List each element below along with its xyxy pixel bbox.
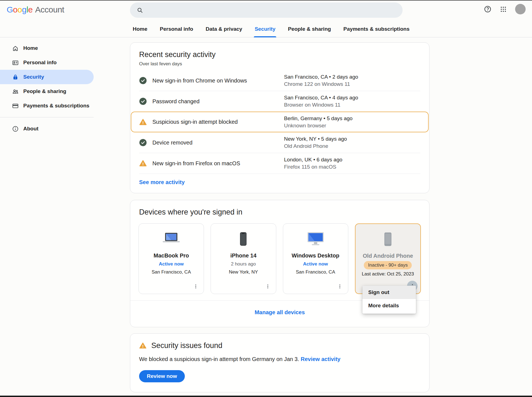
- activity-meta: New York, NY • 5 days ago: [284, 135, 420, 143]
- tab-payments-subscriptions[interactable]: Payments & subscriptions: [343, 21, 410, 37]
- review-now-button[interactable]: Review now: [139, 370, 185, 382]
- activity-title: New sign-in from Chrome on Windows: [147, 78, 284, 84]
- menu-item-more-details[interactable]: More details: [362, 299, 416, 312]
- activity-details: Berlin, Germany • 5 days ago Unknown bro…: [284, 115, 420, 129]
- suspicious-activity-highlight: Suspicious sign-in attempt blocked Berli…: [131, 112, 429, 132]
- sidebar-item-label: Home: [23, 45, 38, 51]
- apps-grid-button[interactable]: [500, 6, 507, 13]
- device-card-macbook-pro: MacBook Pro Active now San Francisco, CA: [139, 223, 204, 294]
- sidebar-item-home[interactable]: Home: [0, 41, 94, 55]
- activity-detail: Unknown browser: [284, 122, 420, 129]
- tab-security[interactable]: Security: [255, 21, 275, 37]
- logo-letter: o: [17, 5, 22, 14]
- activity-details: San Francisco, CA • 4 days ago Browser o…: [284, 94, 420, 109]
- review-activity-link[interactable]: Review activity: [301, 356, 340, 362]
- activity-row[interactable]: Password changed San Francisco, CA • 4 d…: [139, 91, 420, 112]
- see-more-activity-link[interactable]: See more activity: [139, 179, 185, 185]
- tab-personal-info[interactable]: Personal info: [160, 21, 193, 37]
- old-phone-icon: [377, 230, 399, 249]
- recent-activity-title: Recent security activity: [139, 50, 420, 59]
- activity-title: Suspicious sign-in attempt blocked: [147, 119, 284, 125]
- device-name: Old Android Phone: [363, 253, 413, 259]
- logo-letter: e: [28, 5, 33, 14]
- security-issues-body-text: We blocked a suspicious sign-in attempt …: [139, 356, 299, 362]
- tab-data-privacy[interactable]: Data & privacy: [206, 21, 242, 37]
- sidebar-divider: [0, 117, 94, 117]
- sidebar-item-security[interactable]: Security: [0, 70, 94, 84]
- search-input[interactable]: [147, 7, 399, 13]
- google-account-security-page: Google Account Home Personal info Data &…: [0, 0, 532, 397]
- device-menu-button[interactable]: [335, 281, 345, 292]
- google-account-logo[interactable]: Google Account: [7, 5, 64, 14]
- device-card-row: MacBook Pro Active now San Francisco, CA…: [130, 217, 429, 294]
- apps-grid-icon: [500, 6, 507, 13]
- warning-triangle-icon: [139, 159, 147, 167]
- recent-security-activity-card: Recent security activity Over last feven…: [130, 42, 429, 193]
- recent-activity-subtitle: Over last feven days: [139, 61, 420, 67]
- tab-home[interactable]: Home: [133, 21, 147, 37]
- logo-letter: G: [7, 5, 13, 14]
- device-name: Windows Desktop: [292, 252, 339, 259]
- logo-product-label: Account: [35, 5, 64, 14]
- people-icon: [12, 88, 19, 95]
- activity-meta: London, UK • 6 days ago: [284, 156, 420, 163]
- sidebar: Home Personal info Security People & sha…: [0, 41, 94, 136]
- device-card-iphone-14: iPhone 14 2 hours ago New York, NY: [211, 223, 276, 294]
- sidebar-item-about[interactable]: About: [0, 122, 94, 136]
- activity-list: New sign-in from Chrome on Windows San F…: [139, 70, 420, 185]
- activity-meta: San Francisco, CA • 2 days ago: [284, 73, 420, 81]
- sidebar-item-people-sharing[interactable]: People & sharing: [0, 84, 94, 99]
- phone-icon: [232, 229, 254, 249]
- window-top-edge: [0, 0, 532, 1]
- desktop-icon: [305, 229, 326, 249]
- device-name: MacBook Pro: [154, 252, 189, 259]
- credit-card-icon: [12, 102, 19, 109]
- search-icon: [137, 7, 143, 14]
- activity-title: Password changed: [147, 98, 284, 105]
- activity-row[interactable]: New sign-in from Chrome on Windows San F…: [139, 70, 420, 91]
- activity-row[interactable]: Suspicious sign-in attempt blocked Berli…: [139, 112, 420, 132]
- device-location: New York, NY: [229, 269, 258, 275]
- account-avatar[interactable]: [515, 4, 526, 14]
- inactive-badge: Inactive - 90+ days: [364, 261, 412, 269]
- kebab-icon: [265, 284, 270, 289]
- device-menu-button[interactable]: [190, 281, 201, 292]
- sidebar-item-personal-info[interactable]: Personal info: [0, 55, 94, 70]
- sidebar-item-label: Payments & subscriptions: [23, 103, 89, 109]
- activity-details: San Francisco, CA • 2 days ago Chrome 12…: [284, 73, 420, 88]
- device-status: 2 hours ago: [231, 261, 256, 267]
- kebab-icon: [193, 284, 198, 289]
- menu-item-sign-out[interactable]: Sign out: [362, 286, 416, 299]
- device-location: San Francisco, CA: [152, 269, 191, 275]
- manage-all-devices-link[interactable]: Manage all devices: [255, 309, 305, 315]
- device-menu-button[interactable]: [263, 281, 273, 292]
- activity-meta: San Francisco, CA • 4 days ago: [284, 94, 420, 101]
- device-status: Active now: [159, 261, 184, 267]
- security-issues-title: Security issues found: [151, 341, 222, 350]
- active-tab-underline: [254, 36, 276, 37]
- device-name: iPhone 14: [230, 252, 256, 259]
- activity-detail: Browser on Windows 11: [284, 101, 420, 109]
- activity-row[interactable]: Device removed New York, NY • 5 days ago…: [139, 132, 420, 153]
- activity-detail: Firefox 115 on macOS: [284, 163, 420, 171]
- tab-people-sharing[interactable]: People & sharing: [288, 21, 331, 37]
- check-circle-icon: [139, 77, 147, 84]
- activity-row[interactable]: New sign-in from Firefox on macOS London…: [139, 153, 420, 174]
- device-location: San Francisco, CA: [296, 269, 335, 275]
- sidebar-item-label: People & sharing: [23, 88, 66, 94]
- device-last-active: Last active: Oct 25, 2023: [362, 271, 414, 277]
- activity-details: London, UK • 6 days ago Firefox 115 on m…: [284, 156, 420, 171]
- help-button[interactable]: [484, 5, 492, 13]
- laptop-icon: [160, 229, 182, 249]
- device-card-old-android-phone: Old Android Phone Inactive - 90+ days La…: [355, 223, 421, 294]
- account-search-bar[interactable]: [130, 2, 403, 18]
- warning-triangle-icon: [139, 118, 147, 126]
- sidebar-item-payments-subscriptions[interactable]: Payments & subscriptions: [0, 99, 94, 113]
- device-status: Active now: [303, 261, 328, 267]
- activity-detail: Old Android Phone: [284, 143, 420, 150]
- check-circle-icon: [139, 139, 147, 146]
- activity-title: New sign-in from Firefox on macOS: [147, 160, 284, 167]
- sidebar-item-label: Security: [23, 74, 44, 80]
- warning-triangle-icon: [139, 342, 147, 349]
- info-icon: [12, 125, 19, 132]
